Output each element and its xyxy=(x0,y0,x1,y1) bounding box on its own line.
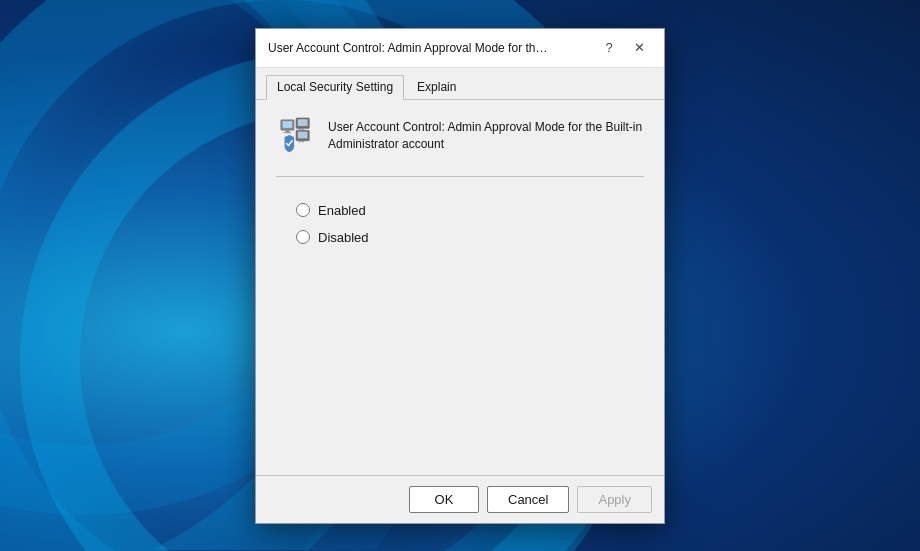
apply-button[interactable]: Apply xyxy=(577,486,652,513)
dialog-title: User Account Control: Admin Approval Mod… xyxy=(268,41,548,55)
radio-group: Enabled Disabled xyxy=(276,193,644,245)
dialog-window: User Account Control: Admin Approval Mod… xyxy=(255,28,665,524)
svg-rect-4 xyxy=(283,121,293,128)
help-button[interactable]: ? xyxy=(596,37,622,59)
title-bar: User Account Control: Admin Approval Mod… xyxy=(256,29,664,68)
policy-header: User Account Control: Admin Approval Mod… xyxy=(276,116,644,156)
tab-bar: Local Security Setting Explain xyxy=(256,68,664,100)
security-icon-svg xyxy=(278,116,314,156)
svg-rect-11 xyxy=(302,127,304,129)
ok-button[interactable]: OK xyxy=(409,486,479,513)
cancel-button[interactable]: Cancel xyxy=(487,486,569,513)
tab-explain[interactable]: Explain xyxy=(406,75,467,100)
content-divider xyxy=(276,176,644,177)
svg-rect-16 xyxy=(302,140,304,142)
tab-local-security[interactable]: Local Security Setting xyxy=(266,75,404,100)
close-button[interactable]: ✕ xyxy=(626,37,652,59)
policy-description: User Account Control: Admin Approval Mod… xyxy=(328,119,642,153)
radio-enabled[interactable] xyxy=(296,203,310,217)
radio-disabled[interactable] xyxy=(296,230,310,244)
dialog-footer: OK Cancel Apply xyxy=(256,475,664,523)
title-bar-controls: ? ✕ xyxy=(596,37,652,59)
dialog-content: User Account Control: Admin Approval Mod… xyxy=(256,100,664,475)
content-spacer xyxy=(276,245,644,465)
svg-rect-5 xyxy=(286,130,290,132)
svg-rect-6 xyxy=(284,132,292,133)
radio-enabled-label[interactable]: Enabled xyxy=(296,203,644,218)
svg-rect-13 xyxy=(298,131,308,138)
svg-rect-10 xyxy=(299,127,301,129)
policy-icon xyxy=(276,116,316,156)
svg-rect-8 xyxy=(298,119,308,126)
radio-disabled-label[interactable]: Disabled xyxy=(296,230,644,245)
title-bar-left: User Account Control: Admin Approval Mod… xyxy=(268,41,596,55)
svg-rect-15 xyxy=(299,140,301,142)
